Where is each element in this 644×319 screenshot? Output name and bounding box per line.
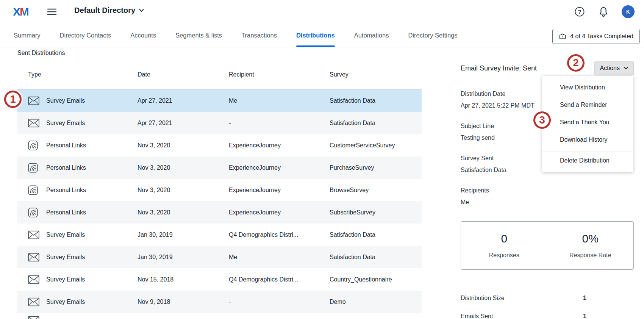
- nav-tab[interactable]: Automations: [354, 24, 389, 47]
- envelope-icon: [28, 275, 39, 284]
- response-stats-box: 0 Responses 0% Response Rate: [461, 221, 634, 270]
- annotation-circle-3: 3: [533, 111, 551, 129]
- row-recipient: Q4 Demographics Distri...: [229, 276, 298, 283]
- row-type-icon-cell: [28, 185, 39, 195]
- avatar-initial: K: [626, 9, 630, 15]
- row-type: Personal Links: [46, 164, 86, 171]
- nav-tab[interactable]: Distributions: [296, 24, 335, 47]
- top-bar: XM Default Directory ? K: [0, 0, 644, 24]
- row-recipient: Me: [229, 254, 237, 261]
- sent-distributions-panel: Sent Distributions Type Date Recipient S…: [0, 47, 450, 319]
- table-row[interactable]: Personal Links Nov 3, 2020 ExperienceJou…: [17, 134, 422, 156]
- detail-metrics: Distribution Size 1 Emails Sent 1: [461, 295, 634, 319]
- metric-row: Emails Sent 1: [461, 313, 634, 319]
- table-header: Type Date Recipient Survey: [17, 71, 422, 89]
- actions-menu-item[interactable]: Download History: [542, 131, 633, 149]
- actions-menu-item[interactable]: Delete Distribution: [542, 152, 633, 169]
- nav-tab[interactable]: Segments & lists: [175, 24, 222, 47]
- stat: 0% Response Rate: [547, 222, 634, 269]
- actions-button[interactable]: Actions: [594, 61, 634, 75]
- row-date: Nov 9, 2018: [138, 299, 170, 305]
- row-survey: BrowseSurvey: [330, 187, 369, 194]
- row-type-icon-cell: [28, 253, 39, 261]
- row-type-icon-cell: [28, 119, 39, 127]
- nav-tab[interactable]: Accounts: [130, 24, 156, 47]
- metric-value: 1: [583, 313, 586, 319]
- actions-dropdown-menu: View Distribution Send a Reminder Send a…: [542, 76, 633, 172]
- nav-tab[interactable]: Transactions: [241, 24, 277, 47]
- table-body: Survey Emails Apr 27, 2021 Me Satisfacti…: [17, 89, 422, 313]
- table-row[interactable]: Personal Links Nov 3, 2020 ExperienceJou…: [17, 156, 422, 179]
- table-row[interactable]: Survey Emails Nov 15, 2018 Q4 Demographi…: [17, 268, 422, 291]
- row-recipient: ExperienceJourney: [229, 164, 281, 171]
- table-row-partial[interactable]: [17, 313, 422, 319]
- row-date: Nov 3, 2020: [138, 142, 170, 149]
- row-survey: SubscribeSurvey: [330, 209, 375, 216]
- envelope-icon: [28, 253, 39, 261]
- notifications-bell-icon[interactable]: [598, 6, 609, 17]
- metric-label: Distribution Size: [461, 295, 505, 301]
- row-survey: PurchaseSurvey: [330, 164, 374, 171]
- table-row[interactable]: Survey Emails Jan 30, 2019 Q4 Demographi…: [17, 224, 422, 246]
- user-avatar[interactable]: K: [622, 5, 635, 18]
- row-type: Survey Emails: [46, 276, 85, 283]
- row-survey: Satisfaction Data: [330, 254, 375, 261]
- row-type: Personal Links: [46, 187, 86, 194]
- table-row[interactable]: Personal Links Nov 3, 2020 ExperienceJou…: [17, 179, 422, 201]
- actions-menu-item[interactable]: Send a Thank You: [542, 114, 633, 131]
- table-row[interactable]: Personal Links Nov 3, 2020 ExperienceJou…: [17, 201, 422, 224]
- table-row[interactable]: Survey Emails Apr 27, 2021 - Satisfactio…: [17, 112, 422, 134]
- table-row[interactable]: Survey Emails Jan 30, 2019 Me Satisfacti…: [17, 246, 422, 268]
- directory-nav-tabs: Summary Directory Contacts Accounts Segm…: [0, 24, 644, 47]
- row-type: Personal Links: [46, 142, 86, 149]
- row-survey: Demo: [330, 299, 346, 305]
- nav-tab-label: Automations: [354, 32, 389, 39]
- row-date: Apr 27, 2021: [138, 120, 172, 127]
- annotation-circle-2: 2: [567, 54, 585, 72]
- envelope-icon: [28, 230, 39, 239]
- row-recipient: -: [229, 299, 231, 305]
- nav-tab-label: Transactions: [241, 32, 277, 39]
- hamburger-menu-icon[interactable]: [47, 8, 57, 16]
- tasks-completed-button[interactable]: 4 of 4 Tasks Completed: [552, 29, 640, 44]
- chevron-down-icon: [624, 67, 628, 70]
- row-type-icon-cell: [28, 316, 39, 319]
- table-row[interactable]: Survey Emails Apr 27, 2021 Me Satisfacti…: [17, 89, 422, 112]
- column-header-date: Date: [138, 71, 150, 78]
- envelope-icon: [28, 119, 39, 127]
- personal-links-icon: [28, 208, 38, 217]
- metric-value: 1: [583, 295, 586, 302]
- nav-tab-label: Segments & lists: [175, 32, 222, 39]
- annotation-number: 2: [573, 57, 579, 69]
- table-row[interactable]: Survey Emails Nov 9, 2018 - Demo: [17, 291, 422, 313]
- svg-text:?: ?: [578, 9, 581, 15]
- row-type-icon-cell: [28, 275, 39, 284]
- actions-button-label: Actions: [600, 65, 620, 72]
- detail-field: Recipients Me: [461, 187, 634, 206]
- row-type-icon-cell: [28, 230, 39, 239]
- directory-selector[interactable]: Default Directory: [74, 6, 144, 15]
- row-date: Jan 30, 2019: [138, 231, 173, 238]
- help-icon[interactable]: ?: [574, 6, 585, 17]
- actions-menu-item[interactable]: View Distribution: [542, 79, 633, 96]
- annotation-number: 1: [10, 93, 16, 105]
- row-recipient: Me: [229, 97, 237, 104]
- nav-tab[interactable]: Directory Contacts: [60, 24, 111, 47]
- stat-value: 0: [501, 232, 507, 245]
- field-label: Recipients: [461, 187, 634, 194]
- row-survey: Satisfaction Data: [330, 97, 375, 104]
- column-header-survey: Survey: [330, 71, 349, 78]
- envelope-icon: [28, 96, 39, 105]
- xm-logo[interactable]: XM: [13, 5, 28, 18]
- xm-logo-m: M: [20, 5, 28, 18]
- xm-logo-x: X: [13, 5, 20, 18]
- nav-tab[interactable]: Summary: [14, 24, 41, 47]
- row-recipient: ExperienceJourney: [229, 142, 281, 149]
- stat-label: Response Rate: [569, 252, 611, 259]
- row-type: Survey Emails: [46, 231, 85, 238]
- nav-tab-label: Distributions: [296, 32, 335, 39]
- actions-menu-item[interactable]: Send a Reminder: [542, 96, 633, 114]
- envelope-icon: [28, 297, 39, 306]
- nav-tab[interactable]: Directory Settings: [408, 24, 457, 47]
- field-value: Me: [461, 199, 634, 206]
